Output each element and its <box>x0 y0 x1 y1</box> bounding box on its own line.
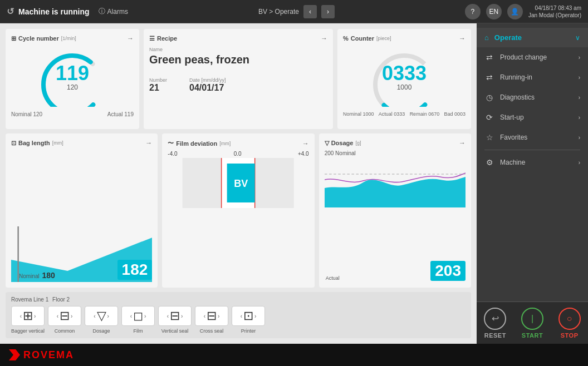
cycle-title: ⊞ Cycle number [1/min] <box>11 35 76 42</box>
bag-length-icon: ⊡ <box>11 140 16 147</box>
recipe-date-value: 04/01/17 <box>189 83 224 92</box>
machine-item-bagger[interactable]: ‹ ⊞ › Bagger vertical <box>11 306 45 334</box>
sidebar-operate[interactable]: ⌂ Operate ∨ <box>477 28 588 47</box>
bag-length-arrow[interactable]: → <box>145 139 152 147</box>
machine-item-cseal[interactable]: ‹ ⊟ › Cross seal <box>195 306 228 334</box>
stop-label: STOP <box>561 332 579 339</box>
sidebar-item-favorites[interactable]: ☆ Favorites › <box>477 127 588 147</box>
recipe-title: ☰ Recipe <box>149 35 177 42</box>
vseal-label: Vertical seal <box>161 328 189 334</box>
machine-icon: ↺ <box>7 6 14 17</box>
recipe-number-value: 21 <box>149 83 159 92</box>
diagnostics-icon: ◷ <box>484 93 494 102</box>
svg-text:BV: BV <box>234 178 248 189</box>
operate-chevron: ∨ <box>575 34 580 42</box>
cycle-arrow[interactable]: → <box>127 34 134 42</box>
user-info: 04/18/17 08:43 am Jan Modal (Operator) <box>528 4 581 19</box>
favorites-chevron: › <box>579 135 580 141</box>
dosage-arrow[interactable]: → <box>459 139 465 147</box>
bag-nominal-value: 180 <box>42 271 55 280</box>
footer-logo: ROVEMA <box>9 349 74 361</box>
bag-nominal-label: Nominal 180 <box>19 271 55 280</box>
machine-item-vseal[interactable]: ‹ ⊟ › Vertical seal <box>158 306 192 334</box>
counter-card: % Counter [piece] → 0333 1000 <box>337 29 471 129</box>
machine-floor-label: Floor 2 <box>52 296 70 303</box>
counter-unit: [piece] <box>376 36 391 41</box>
nav-back-button[interactable]: ‹ <box>303 5 317 18</box>
rovema-logo-text: ROVEMA <box>23 349 74 361</box>
counter-gauge-text: 0333 1000 <box>382 63 427 91</box>
counter-title: % Counter [piece] <box>343 35 391 42</box>
rovema-logo-icon <box>9 349 20 360</box>
cycle-value: 119 <box>56 63 89 83</box>
machine-items: ‹ ⊞ › Bagger vertical ‹ ⊟ › Common <box>11 306 465 334</box>
cycle-number-card: ⊞ Cycle number [1/min] → 119 <box>6 29 139 129</box>
machine-sidebar-label: Machine <box>500 159 525 166</box>
startup-label: Start-up <box>500 113 524 121</box>
reset-label: RESET <box>484 332 506 339</box>
counter-title-text: Counter <box>351 35 374 42</box>
counter-footer: Nominal 1000 Actual 0333 Remain 0670 Bad… <box>343 111 465 117</box>
vseal-next: › <box>181 313 183 319</box>
printer-label: Printer <box>241 328 256 334</box>
help-button[interactable]: ? <box>465 4 481 19</box>
sidebar-item-startup[interactable]: ⟳ Start-up › <box>477 107 588 127</box>
bag-actual-badge: 182 <box>117 260 153 280</box>
sidebar-item-running-in[interactable]: ⇄ Running-in › <box>477 67 588 87</box>
counter-arrow[interactable]: → <box>459 34 465 42</box>
bagger-label: Bagger vertical <box>11 328 45 334</box>
common-label: Common <box>55 328 75 334</box>
dosage-nominal-label: 200 Nominal <box>325 150 465 156</box>
cseal-prev: ‹ <box>204 313 205 319</box>
favorites-label: Favorites <box>500 133 527 141</box>
sidebar-divider <box>484 150 580 150</box>
machine-item-printer[interactable]: ‹ ⊡ › Printer <box>232 306 265 334</box>
stop-button[interactable]: ○ STOP <box>558 308 581 339</box>
main-layout: ⊞ Cycle number [1/min] → 119 <box>0 23 588 344</box>
bagger-prev-arrow: ‹ <box>20 313 22 319</box>
dosage-icon: ▽ <box>325 140 329 147</box>
operate-label: Operate <box>494 33 522 42</box>
vseal-prev: ‹ <box>167 313 169 319</box>
film-arrow[interactable]: → <box>302 140 309 147</box>
top-bar-left: ↺ Machine is running ⓘ Alarms <box>7 6 128 17</box>
bagger-icon: ⊞ <box>23 309 33 323</box>
start-button[interactable]: | START <box>521 308 543 339</box>
user-label: Jan Modal (Operator) <box>528 12 581 19</box>
sidebar-item-machine[interactable]: ⚙ Machine › <box>477 152 588 172</box>
cycle-gauge-text: 119 120 <box>56 63 89 91</box>
recipe-title-text: Recipe <box>157 35 177 42</box>
machine-item-film[interactable]: ‹ ◻ › Film <box>121 306 155 334</box>
breadcrumb-text: BV > Operate <box>258 8 299 16</box>
content-area: ⊞ Cycle number [1/min] → 119 <box>0 23 477 344</box>
film-max-label: +4.0 <box>298 151 309 157</box>
nav-forward-button[interactable]: › <box>321 5 335 18</box>
recipe-number-label: Number <box>149 77 167 83</box>
machine-row: Rovema Line 1 Floor 2 ‹ ⊞ › Bagger verti… <box>6 292 471 338</box>
language-button[interactable]: EN <box>486 4 502 19</box>
reset-button[interactable]: ↩ RESET <box>484 308 506 339</box>
recipe-arrow[interactable]: → <box>321 34 327 42</box>
user-button[interactable]: 👤 <box>507 4 523 19</box>
film-machine-label: Film <box>134 328 143 334</box>
machine-item-common[interactable]: ‹ ⊟ › Common <box>48 306 81 334</box>
recipe-date-label: Date [mm/dd/yy] <box>189 77 226 83</box>
alarms-button[interactable]: ⓘ Alarms <box>99 7 128 16</box>
dosage-actual-label: Actual <box>326 275 340 281</box>
dosage-chart-svg <box>325 157 465 207</box>
alarm-icon: ⓘ <box>99 7 105 16</box>
counter-gauge: 0333 1000 <box>365 46 443 107</box>
favorites-icon: ☆ <box>484 133 494 142</box>
product-change-left: ⇄ Product change <box>484 53 547 62</box>
cseal-icon: ⊟ <box>207 309 217 323</box>
recipe-icon: ☰ <box>149 35 155 42</box>
bagger-next-arrow: › <box>34 313 36 319</box>
sidebar-item-diagnostics[interactable]: ◷ Diagnostics › <box>477 87 588 107</box>
machine-item-dosage[interactable]: ‹ ▽ › Dosage <box>85 306 118 334</box>
sidebar-item-product-change[interactable]: ⇄ Product change › <box>477 47 588 67</box>
bag-chart: Nominal 180 182 <box>11 150 152 282</box>
reset-icon: ↩ <box>484 308 506 330</box>
printer-icon: ⊡ <box>243 309 253 323</box>
film-next: › <box>144 313 146 319</box>
right-sidebar: ⌂ Operate ∨ ⇄ Product change › ⇄ Running… <box>477 23 588 344</box>
